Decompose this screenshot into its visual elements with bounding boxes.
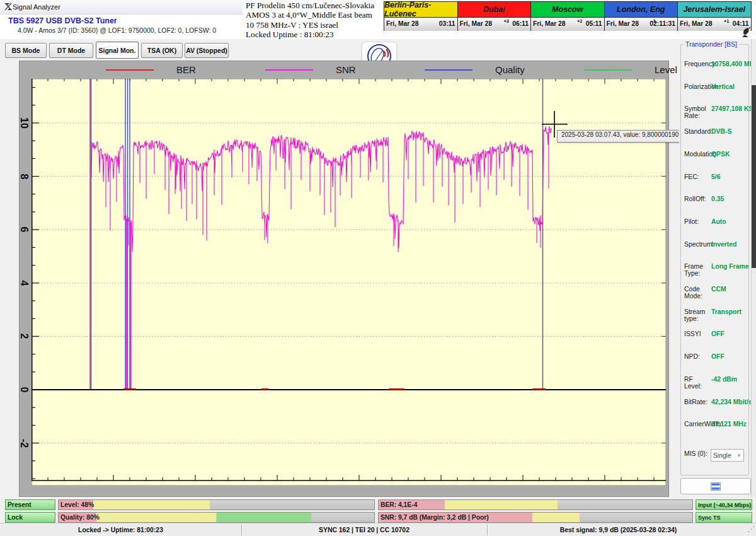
- snr-legend-line: [265, 69, 313, 71]
- clock-date: Fri, Mar 28: [533, 20, 566, 27]
- clock-city-label: London, Eng: [605, 2, 678, 18]
- sync-badge: Sync TS: [696, 512, 752, 523]
- snr-bar-segment: [532, 513, 580, 522]
- clock-time: 03:11: [439, 20, 455, 27]
- quality-bar-label: Quality: 80%: [60, 514, 100, 521]
- clock-london-eng: London, EngFri, Mar 28-102:11:31: [604, 1, 679, 31]
- ber-legend-label: BER: [176, 64, 196, 75]
- clock-date: Fri, Mar 28: [607, 20, 639, 27]
- level-bar-label: Level: 48%: [60, 501, 94, 508]
- clock-city-label: Jerusalem-Israel: [678, 2, 751, 18]
- site-info-block: PF Prodelin 450 cm/Lučenec-Slovakia AMOS…: [246, 1, 387, 39]
- field-value-14: -42 dBm: [711, 376, 737, 383]
- field-value-12: OFF: [711, 330, 724, 337]
- clock-city-label: Berlin-Paris-Lučenec: [384, 2, 457, 18]
- y-tick-label-4: 4: [17, 269, 31, 297]
- clock-time-row: Fri, Mar 28+306:11: [458, 18, 531, 31]
- quality-legend-line: [425, 69, 472, 71]
- signal-analyzer-window: Signal Analyzer TBS 5927 USB DVB-S2 Tune…: [0, 0, 756, 536]
- clock-date: Fri, Mar 28: [386, 20, 419, 27]
- clock-moscow: MoscowFri, Mar 28+205:11: [530, 1, 605, 31]
- level-legend-label: Level: [655, 64, 677, 75]
- mis-select[interactable]: Single ▼: [711, 449, 744, 462]
- resize-grip[interactable]: ⋰: [747, 525, 755, 533]
- clock-city-label: Moscow: [531, 2, 604, 18]
- y-tick-label-0: 0: [17, 376, 31, 404]
- clock-time-row: Fri, Mar 28+205:11: [531, 18, 604, 31]
- field-label-12: ISSYI: [684, 330, 701, 337]
- field-label-6: RollOff:: [684, 195, 706, 202]
- field-label-5: FEC:: [684, 173, 699, 180]
- y-tick-label-8: 8: [17, 163, 31, 190]
- tuner-details: 4.0W - Amos 3/7 (ID: 3560) @ LOF1: 97500…: [18, 26, 216, 34]
- ber-bar-label: BER: 4,1E-4: [381, 501, 417, 508]
- field-label-2: Symbol Rate:: [684, 105, 706, 119]
- field-label-10: Code Mode:: [684, 286, 702, 300]
- statusbar-divider: [241, 525, 242, 535]
- lock-badge: Lock: [5, 512, 55, 523]
- panel-scrollbar-thumb[interactable]: [752, 85, 756, 268]
- clock-berlin-paris-lu-enec: Berlin-Paris-LučenecFri, Mar 2803:11: [384, 1, 458, 31]
- field-value-1: Vertical: [711, 83, 735, 90]
- clock-dubai: DubaiFri, Mar 28+306:11: [457, 1, 532, 31]
- level-legend-line: [584, 69, 632, 71]
- clock-time: 05:11: [586, 20, 602, 27]
- tab-bs-mode[interactable]: BS Mode: [5, 43, 47, 58]
- tab-signal-mon-[interactable]: Signal Mon.: [96, 42, 139, 59]
- field-label-13: NPD:: [684, 353, 700, 360]
- field-value-6: 0.35: [711, 195, 724, 202]
- statusbar-section-0: Locked -> Uptime: 81:00:23: [0, 523, 241, 536]
- y-tick-label--2: -2: [17, 429, 31, 457]
- clock-jerusalem-israel: Jerusalem-IsraelFri, Mar 28+104:11: [677, 1, 752, 31]
- tab-av-stopped-[interactable]: AV (Stopped): [185, 43, 229, 58]
- field-label-3: Standard:: [684, 128, 713, 135]
- field-label-15: BitRate:: [684, 399, 707, 405]
- app-icon: [4, 2, 13, 11]
- field-value-2: 27497,108 KS/s: [711, 105, 756, 112]
- y-tick-label-6: 6: [17, 216, 31, 243]
- info-line-frequency: 10 758 MHz-V : YES israel: [246, 20, 387, 30]
- world-clocks: Berlin-Paris-LučenecFri, Mar 2803:11Duba…: [384, 1, 752, 31]
- field-value-13: OFF: [711, 353, 724, 360]
- field-value-15: 42,234 Mbit/s: [711, 399, 752, 405]
- clock-utc-offset: +1: [724, 18, 730, 24]
- quality-bar-segment: [96, 513, 216, 522]
- panel-tool-button[interactable]: [680, 478, 751, 494]
- field-label-11: Stream type:: [684, 308, 706, 322]
- transponder-title: Transponder [BS]: [684, 40, 739, 48]
- field-value-8: Inverted: [711, 241, 736, 248]
- level-bar: Level: 48%: [58, 499, 375, 510]
- field-value-3: DVB-S: [711, 128, 731, 135]
- field-label-7: Pilot:: [684, 218, 699, 225]
- clock-time-row: Fri, Mar 2803:11: [384, 18, 457, 31]
- tab-dt-mode[interactable]: DT Mode: [49, 43, 93, 58]
- level-bar-segment: [93, 500, 210, 510]
- field-value-0: 10758,400 MHz: [711, 61, 756, 67]
- info-line-satellite: AMOS 3 at 4,0°W_Middle East beam: [246, 10, 387, 20]
- input-badge: Input (~40,34 Mbps): [696, 499, 752, 510]
- titlebar: Signal Analyzer: [0, 0, 243, 15]
- statusbar-section-2: Best signal: 9,9 dB (2025-03-28 02:34): [487, 523, 750, 536]
- field-value-10: CCM: [711, 286, 726, 293]
- clock-city-label: Dubai: [458, 2, 531, 18]
- ber-legend-line: [106, 69, 154, 71]
- ber-bar-segment: [445, 500, 558, 510]
- field-label-8: Spectrum:: [684, 241, 714, 248]
- clock-date: Fri, Mar 28: [460, 20, 493, 27]
- field-value-9: Long Frame: [711, 263, 748, 270]
- field-value-16: 37,121 MHz: [711, 421, 747, 428]
- field-value-4: QPSK: [711, 151, 730, 158]
- tab-tsa-ok-[interactable]: TSA (OK): [141, 43, 183, 58]
- ber-bar: BER: 4,1E-4: [378, 499, 693, 510]
- info-line-uptime: Locked Uptime : 81:00:23: [246, 30, 387, 39]
- snr-legend-label: SNR: [336, 64, 356, 75]
- clock-time: 02:11:31: [650, 20, 675, 27]
- clock-utc-offset: +3: [503, 18, 509, 24]
- info-line-dish: PF Prodelin 450 cm/Lučenec-Slovakia: [246, 1, 387, 10]
- quality-legend-label: Quality: [495, 64, 525, 75]
- clock-utc-offset: +2: [577, 18, 583, 24]
- mis-value: Single: [713, 452, 731, 459]
- clock-time-row: Fri, Mar 28+104:11: [678, 18, 751, 31]
- quality-bar: Quality: 80%: [58, 512, 375, 523]
- clock-date: Fri, Mar 28: [680, 20, 713, 27]
